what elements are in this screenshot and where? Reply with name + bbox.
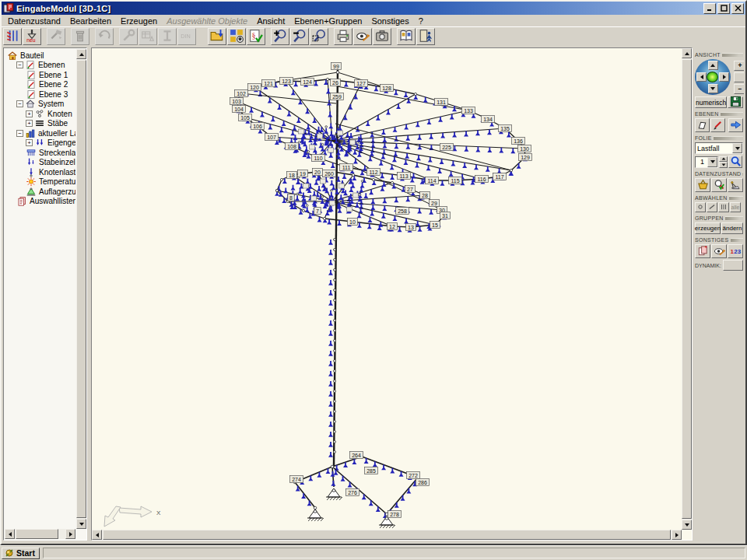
dynamik-button[interactable] xyxy=(723,260,743,271)
tree-item-stäbe[interactable]: +Stäbe xyxy=(5,119,75,129)
rotate-up-button[interactable] xyxy=(708,61,718,70)
taskbar-band[interactable] xyxy=(43,548,745,558)
menu-item-bearbeiten[interactable]: Bearbeiten xyxy=(65,16,116,26)
tree-item-ebene-2[interactable]: Ebene 2 xyxy=(5,80,75,90)
tree-horizontal-scrollbar[interactable] xyxy=(5,529,75,539)
collapse-icon[interactable]: − xyxy=(16,100,23,107)
menu-item-ansicht[interactable]: Ansicht xyxy=(252,16,289,26)
norm-check-icon: § xyxy=(249,29,263,44)
perspective-button[interactable] xyxy=(734,72,744,82)
menu-item-sonstiges[interactable]: Sonstiges xyxy=(366,16,413,26)
eigengewicht-icon xyxy=(34,138,46,149)
abwaehlen-knoten-button[interactable] xyxy=(695,202,706,212)
numerisch-button[interactable]: numerisch xyxy=(695,96,727,108)
gruppen-erzeugen-button[interactable]: erzeugen xyxy=(695,222,721,234)
sheet-pencil-icon xyxy=(26,89,37,100)
toolbar-print-button[interactable] xyxy=(334,28,352,45)
toolbar-neu-button[interactable]: neu xyxy=(23,28,41,45)
sonstiges-redraw-button[interactable] xyxy=(711,244,727,258)
abwaehlen-staebe-button[interactable] xyxy=(707,202,717,212)
lastfall-drop-button[interactable] xyxy=(732,143,742,153)
collapse-icon[interactable]: − xyxy=(16,61,23,68)
toolbar-handbook-button[interactable] xyxy=(397,28,416,45)
datenzustand-basket-button[interactable] xyxy=(695,178,710,192)
folder-levels-icon xyxy=(210,29,224,44)
toolbar-norm-check-button[interactable]: § xyxy=(247,28,265,45)
canvas-horizontal-scrollbar[interactable] xyxy=(92,530,682,540)
tree-item-ebenen[interactable]: −Ebenen xyxy=(5,61,75,71)
svg-text:264: 264 xyxy=(352,453,361,458)
house-gray-icon xyxy=(25,100,37,110)
toolbar-exit-button[interactable] xyxy=(416,28,435,45)
tree-item-stabeinzellast[interactable]: Stabeinzellast xyxy=(5,158,75,168)
gruppen-aendern-button[interactable]: ändern xyxy=(721,222,743,234)
tree-item-system[interactable]: −System xyxy=(5,100,75,110)
expand-icon[interactable]: + xyxy=(26,120,33,127)
tree-item-knotenlast[interactable]: Knotenlast xyxy=(5,167,75,177)
ebene-next-button[interactable] xyxy=(728,118,743,132)
exit-icon xyxy=(419,29,433,44)
lastfall-dropdown[interactable]: Lastfall xyxy=(695,142,743,154)
close-button[interactable] xyxy=(731,3,744,14)
rotate-left-button[interactable] xyxy=(696,72,707,82)
maximize-button[interactable] xyxy=(717,3,730,14)
toolbar-zoom-in-button[interactable] xyxy=(271,28,289,45)
spin-down-button[interactable] xyxy=(719,162,728,168)
tree-item-streckenlast[interactable]: Streckenlast xyxy=(5,148,75,158)
canvas-vertical-scrollbar[interactable] xyxy=(682,48,692,530)
lastfall-value: Lastfall xyxy=(697,145,732,152)
minimize-button[interactable] xyxy=(703,3,716,14)
menu-item-ausgew-hlte-objekte: Ausgewählte Objekte xyxy=(162,16,252,26)
datenzustand-cart-button[interactable] xyxy=(728,178,743,192)
expand-icon[interactable]: + xyxy=(26,139,33,146)
folie-number-dropdown[interactable]: 1 xyxy=(695,156,718,168)
ebene-box-button[interactable] xyxy=(695,118,710,132)
zoom-plus-button[interactable]: + xyxy=(734,61,744,71)
view-rotate-control[interactable] xyxy=(695,59,731,95)
start-button[interactable]: Start xyxy=(2,548,40,559)
toolbar-zoom-out-button[interactable] xyxy=(290,28,309,45)
tree-item-auflagerzustand[interactable]: Auflagerzustand xyxy=(5,187,75,197)
save-view-button[interactable] xyxy=(728,96,743,108)
node-icon xyxy=(696,203,704,212)
folie-number-drop-button[interactable] xyxy=(707,157,717,167)
datenzustand-check-button[interactable] xyxy=(711,178,727,192)
expand-icon[interactable]: + xyxy=(26,110,33,117)
toolbar-folder-levels-button[interactable] xyxy=(208,28,226,45)
rotate-down-button[interactable] xyxy=(708,84,718,93)
toolbar-model-list-button[interactable] xyxy=(3,28,22,45)
menu-item-datenzustand[interactable]: Datenzustand xyxy=(3,16,65,26)
menu-item-ebenen-gruppen[interactable]: Ebenen+Gruppen xyxy=(289,16,366,26)
menu-item-erzeugen[interactable]: Erzeugen xyxy=(116,16,162,26)
spin-up-button[interactable] xyxy=(719,156,728,163)
toolbar-zoom-window-button[interactable] xyxy=(310,28,328,45)
tree-item-eigengewicht[interactable]: +Eigengewicht xyxy=(5,138,75,149)
sonstiges-cards-button[interactable]: * xyxy=(695,244,710,258)
sonstiges-numbers-button[interactable]: 123 xyxy=(728,244,743,258)
tree-item-knoten[interactable]: +Knoten xyxy=(5,109,75,119)
collapse-icon[interactable]: − xyxy=(16,130,23,137)
menu-item-?[interactable]: ? xyxy=(414,16,428,26)
tree-item-auswahllisten[interactable]: Auswahllisten xyxy=(5,197,75,207)
123-icon: 123 xyxy=(730,245,742,258)
titlebar[interactable]: EingabeModul [3D-1C] xyxy=(2,2,745,15)
model-canvas[interactable]: 9926259120121123124127128102103104105106… xyxy=(91,47,693,541)
tree-vertical-scrollbar[interactable] xyxy=(76,49,86,529)
tree-item-bauteil[interactable]: Bauteil xyxy=(5,51,75,61)
abwaehlen-alle-button[interactable]: alle xyxy=(730,202,741,212)
folie-spinner[interactable] xyxy=(719,156,728,168)
toolbar-snapshot-button[interactable] xyxy=(373,28,391,45)
tree-item-ebene-3[interactable]: Ebene 3 xyxy=(5,89,75,100)
toolbar-redraw-button[interactable] xyxy=(353,28,372,45)
window-title: EingabeModul [3D-1C] xyxy=(16,4,703,13)
rotate-right-button[interactable] xyxy=(719,72,729,82)
abwaehlen-lasten-button[interactable] xyxy=(718,202,729,212)
tree-item-aktueller-lastfall[interactable]: −aktueller Lastfall xyxy=(5,128,75,138)
folie-search-button[interactable] xyxy=(728,156,742,168)
toolbar-levels-groups-button[interactable] xyxy=(227,28,246,45)
ebene-edit-button[interactable] xyxy=(710,118,725,132)
zoom-minus-button[interactable]: − xyxy=(734,84,744,94)
tree-item-ebene-1[interactable]: Ebene 1 xyxy=(5,70,75,80)
tree-item-temperatur[interactable]: Temperatur xyxy=(5,177,75,187)
view-center-button[interactable] xyxy=(707,72,718,82)
